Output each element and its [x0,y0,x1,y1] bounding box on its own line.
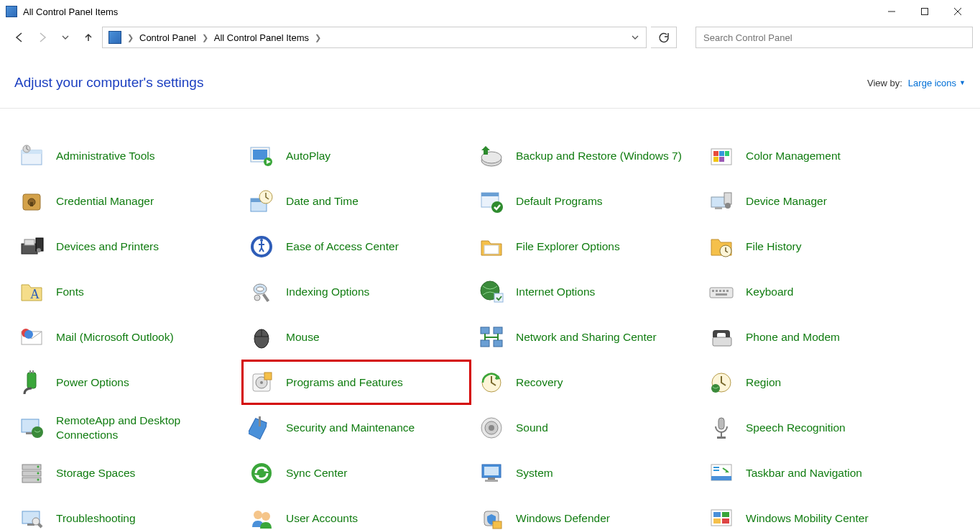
svg-rect-15 [719,157,724,162]
cp-item-security-maintenance[interactable]: Security and Maintenance [241,405,471,450]
address-history-dropdown[interactable] [627,27,643,47]
autoplay-icon [247,142,276,170]
cp-item-windows-mobility[interactable]: Windows Mobility Center [701,495,931,530]
svg-rect-48 [716,290,718,292]
up-button[interactable] [79,28,98,47]
cp-item-label: Devices and Printers [56,239,159,253]
cp-item-sound[interactable]: Sound [471,405,701,450]
cp-item-label: Default Programs [516,194,603,208]
svg-point-105 [262,512,270,521]
svg-point-28 [725,203,731,209]
cp-item-windows-defender[interactable]: Windows Defender [471,495,701,530]
chevron-right-icon[interactable]: ❯ [124,33,137,42]
mail-icon [17,323,46,352]
cp-item-admin-tools[interactable]: Administrative Tools [11,133,241,178]
system-icon [477,459,506,488]
cp-item-label: Fonts [56,285,84,298]
chevron-right-icon[interactable]: ❯ [199,33,211,42]
cp-item-label: Region [746,375,781,389]
windows-defender-icon [477,504,506,531]
cp-item-user-accounts[interactable]: User Accounts [241,495,471,530]
cp-item-storage-spaces[interactable]: Storage Spaces [11,450,241,495]
cp-item-internet-options[interactable]: Internet Options [471,269,701,314]
cp-item-color-management[interactable]: Color Management [701,133,931,178]
svg-rect-27 [724,193,731,204]
svg-rect-63 [27,373,36,388]
cp-item-label: Taskbar and Navigation [746,466,862,480]
svg-rect-112 [722,518,729,524]
svg-point-68 [260,381,263,384]
cp-item-label: Mail (Microsoft Outlook) [56,330,174,344]
minimize-button[interactable] [875,1,908,22]
search-box[interactable] [695,27,973,48]
svg-rect-12 [719,151,724,156]
cp-item-speech-recognition[interactable]: Speech Recognition [701,405,931,450]
cp-item-region[interactable]: Region [701,360,931,405]
cp-item-label: Device Manager [746,194,827,208]
svg-rect-50 [723,290,725,292]
svg-point-103 [32,518,40,525]
cp-item-programs-features[interactable]: Programs and Features [241,360,471,405]
svg-rect-11 [713,151,718,156]
cp-item-recovery[interactable]: Recovery [471,360,701,405]
cp-item-label: Keyboard [746,285,793,298]
window-title: All Control Panel Items [23,6,118,17]
default-programs-icon [477,187,506,216]
svg-rect-109 [713,512,721,517]
cp-item-network-sharing[interactable]: Network and Sharing Center [471,314,701,360]
chevron-right-icon[interactable]: ❯ [312,33,324,42]
recent-locations-button[interactable] [56,28,75,47]
cp-item-date-time[interactable]: Date and Time [241,178,471,224]
cp-item-label: Windows Defender [516,511,610,525]
sound-icon [477,414,506,442]
svg-rect-52 [716,293,727,296]
svg-rect-81 [718,418,724,429]
cp-item-ease-of-access[interactable]: Ease of Access Center [241,224,471,269]
svg-rect-94 [488,478,495,480]
recovery-icon [477,368,506,397]
search-input[interactable] [703,32,965,43]
close-button[interactable] [941,1,974,22]
device-manager-icon [707,187,736,216]
breadcrumb-current[interactable]: All Control Panel Items [211,32,312,43]
cp-item-credential-manager[interactable]: Credential Manager [11,178,241,224]
svg-rect-60 [481,340,489,347]
cp-item-file-history[interactable]: File History [701,224,931,269]
svg-point-88 [37,478,40,480]
titlebar: All Control Panel Items [0,0,980,23]
cp-item-fonts[interactable]: AFonts [11,269,241,314]
cp-item-label: Windows Mobility Center [746,511,869,525]
address-bar[interactable]: ❯ Control Panel ❯ All Control Panel Item… [102,27,647,48]
cp-item-taskbar-navigation[interactable]: Taskbar and Navigation [701,450,931,495]
forward-button[interactable] [33,28,52,47]
cp-item-remoteapp[interactable]: RemoteApp and Desktop Connections [11,405,241,450]
svg-rect-51 [726,290,729,292]
cp-item-default-programs[interactable]: Default Programs [471,178,701,224]
refresh-button[interactable] [651,27,677,48]
cp-item-sync-center[interactable]: Sync Center [241,450,471,495]
network-sharing-icon [477,323,506,352]
cp-item-phone-modem[interactable]: Phone and Modem [701,314,931,360]
back-button[interactable] [10,28,29,47]
cp-item-backup-restore[interactable]: Backup and Restore (Windows 7) [471,133,701,178]
svg-point-87 [37,472,40,474]
cp-item-troubleshooting[interactable]: Troubleshooting [11,495,241,530]
chevron-down-icon: ▼ [959,79,966,86]
cp-item-label: File History [746,239,802,253]
cp-item-devices-printers[interactable]: Devices and Printers [11,224,241,269]
cp-item-indexing-options[interactable]: Indexing Options [241,269,471,314]
view-by-dropdown[interactable]: Large icons ▼ [908,78,966,88]
breadcrumb-root[interactable]: Control Panel [137,32,199,43]
cp-item-file-explorer-options[interactable]: File Explorer Options [471,224,701,269]
cp-item-mouse[interactable]: Mouse [241,314,471,360]
cp-item-mail[interactable]: Mail (Microsoft Outlook) [11,314,241,360]
cp-item-label: RemoteApp and Desktop Connections [56,414,236,442]
maximize-button[interactable] [908,1,941,22]
svg-point-40 [256,287,264,291]
cp-item-keyboard[interactable]: Keyboard [701,269,931,314]
cp-item-device-manager[interactable]: Device Manager [701,178,931,224]
cp-item-power-options[interactable]: Power Options [11,360,241,405]
cp-item-system[interactable]: System [471,450,701,495]
cp-item-autoplay[interactable]: AutoPlay [241,133,471,178]
speech-recognition-icon [707,414,736,442]
